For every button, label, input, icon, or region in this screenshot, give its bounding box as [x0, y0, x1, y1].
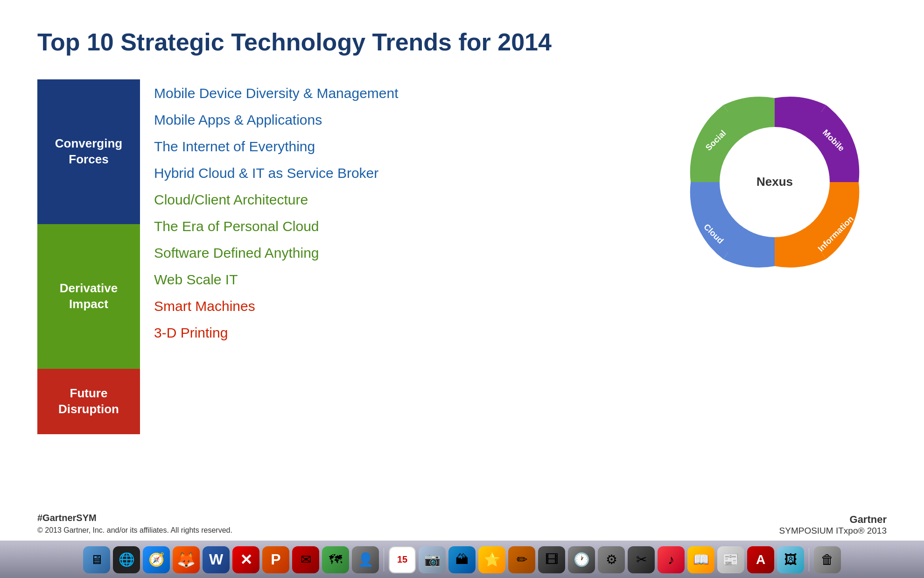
nexus-diagram: Nexus Social Mobile Information Cloud — [663, 70, 887, 294]
dock-icon-iphoto[interactable]: 🏔 — [448, 546, 476, 573]
content-area: Converging Forces Derivative Impact Futu… — [37, 79, 887, 434]
category-derivative: Derivative Impact — [37, 224, 140, 369]
dock-icon-preview[interactable]: 🖼 — [777, 546, 804, 573]
list-item: Mobile Device Diversity & Management — [154, 84, 399, 102]
dock-icon-music[interactable]: ♪ — [658, 546, 685, 573]
dock-icon-finder[interactable]: 🖥 — [83, 546, 110, 573]
footer-event: SYMPOSIUM ITxpo® 2013 — [779, 526, 887, 536]
dock-icon-idvd[interactable]: ⭐ — [478, 546, 505, 573]
footer-copyright: © 2013 Gartner, Inc. and/or its affiliat… — [37, 525, 232, 536]
categories-column: Converging Forces Derivative Impact Futu… — [37, 79, 140, 434]
list-item: Software Defined Anything — [154, 244, 399, 262]
main-content: Top 10 Strategic Technology Trends for 2… — [0, 0, 924, 444]
dock-icon-maps[interactable]: 🗺 — [322, 546, 349, 573]
dock-icon-safari[interactable]: 🧭 — [143, 546, 170, 573]
list-item: Web Scale IT — [154, 270, 399, 289]
list-item: Cloud/Client Architecture — [154, 190, 399, 209]
dock-icon-mail[interactable]: ✉ — [292, 546, 319, 573]
dock-icon-photo2[interactable]: 🎞 — [538, 546, 565, 573]
dock-icon-clock[interactable]: 🕐 — [568, 546, 595, 573]
trends-column: Mobile Device Diversity & Management Mob… — [140, 79, 399, 434]
category-converging: Converging Forces — [37, 79, 140, 224]
dock-icon-firefox[interactable]: 🦊 — [173, 546, 200, 573]
dock-icon-contacts[interactable]: 👤 — [352, 546, 379, 573]
list-item: Mobile Apps & Applications — [154, 111, 399, 129]
dock-icon-books[interactable]: 📖 — [687, 546, 714, 573]
footer-left: #GartnerSYM © 2013 Gartner, Inc. and/or … — [37, 511, 232, 536]
footer: #GartnerSYM © 2013 Gartner, Inc. and/or … — [37, 511, 887, 536]
dock: 🖥 🌐 🧭 🦊 W ✕ P ✉ 🗺 👤 15 📷 🏔 ⭐ ✏ 🎞 🕐 ⚙ ✂ ♪… — [0, 541, 924, 578]
dock-icon-network[interactable]: 🌐 — [113, 546, 140, 573]
footer-brand: Gartner — [779, 514, 887, 526]
footer-right: Gartner SYMPOSIUM ITxpo® 2013 — [779, 514, 887, 536]
dock-icon-word[interactable]: W — [203, 546, 230, 573]
dock-separator — [384, 548, 384, 571]
list-item: Smart Machines — [154, 297, 399, 315]
dock-icon-crosshair[interactable]: ✂ — [628, 546, 655, 573]
dock-icon-trash[interactable]: 🗑 — [814, 546, 841, 573]
list-item: The Era of Personal Cloud — [154, 217, 399, 235]
dock-icon-adobe[interactable]: A — [747, 546, 774, 573]
dock-icon-x[interactable]: ✕ — [232, 546, 259, 573]
left-panel: Converging Forces Derivative Impact Futu… — [37, 79, 616, 434]
dock-icon-settings[interactable]: ⚙ — [598, 546, 625, 573]
page-title: Top 10 Strategic Technology Trends for 2… — [37, 28, 887, 56]
category-derivative-label: Derivative Impact — [44, 281, 133, 312]
category-future: Future Disruption — [37, 369, 140, 434]
list-item: 3-D Printing — [154, 324, 399, 342]
dock-icon-pencil[interactable]: ✏ — [508, 546, 535, 573]
dock-icon-photo[interactable]: 📷 — [419, 546, 446, 573]
dock-icon-news[interactable]: 📰 — [717, 546, 744, 573]
dock-separator-2 — [809, 548, 809, 571]
dock-icon-pp[interactable]: P — [262, 546, 289, 573]
footer-hashtag: #GartnerSYM — [37, 511, 232, 525]
nexus-label: Nexus — [756, 175, 793, 189]
list-item: Hybrid Cloud & IT as Service Broker — [154, 164, 399, 182]
category-future-label: Future Disruption — [44, 386, 133, 417]
dock-icon-calendar[interactable]: 15 — [389, 546, 416, 573]
list-item: The Internet of Everything — [154, 137, 399, 155]
category-converging-label: Converging Forces — [44, 136, 133, 168]
